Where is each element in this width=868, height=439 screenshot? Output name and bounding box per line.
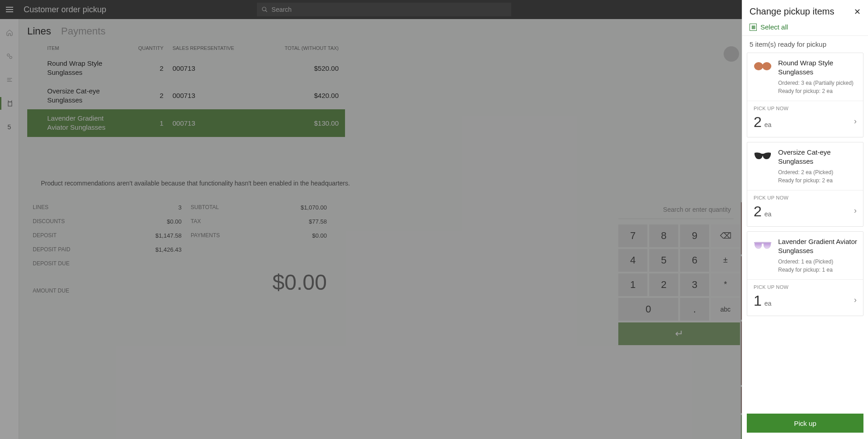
item-ordered: Ordered: 1 ea (Picked) — [778, 258, 858, 266]
quantity-search-input[interactable]: Search or enter quantity — [618, 200, 734, 219]
item-ordered: Ordered: 3 ea (Partially picked) — [778, 79, 858, 87]
pickup-qty-selector[interactable]: PICK UP NOW 2ea › — [747, 190, 863, 226]
key-8[interactable]: 8 — [649, 224, 678, 247]
amount-due-value: $0.00 — [191, 270, 327, 295]
key-6[interactable]: 6 — [680, 249, 709, 272]
order-lines-table: ITEM QUANTITY SALES REPRESENTATIVE TOTAL… — [27, 42, 345, 166]
tab-payments[interactable]: Payments — [61, 25, 106, 37]
chevron-right-icon: › — [854, 116, 857, 126]
product-thumbnail — [753, 59, 773, 73]
page-title: Customer order pickup — [24, 5, 106, 15]
hamburger-menu[interactable] — [0, 0, 19, 19]
key-5[interactable]: 5 — [649, 249, 678, 272]
col-sales-rep: SALES REPRESENTATIVE — [163, 45, 245, 51]
key-0[interactable]: 0 — [618, 298, 678, 321]
change-pickup-items-drawer: Change pickup items ✕ ▦ Select all 5 ite… — [742, 0, 868, 439]
key-4[interactable]: 4 — [618, 249, 647, 272]
pickup-button[interactable]: Pick up — [747, 414, 863, 433]
item-ready: Ready for pickup: 1 ea — [778, 266, 858, 274]
tab-lines[interactable]: Lines — [27, 25, 51, 37]
item-title: Round Wrap Style Sunglasses — [778, 59, 858, 76]
product-thumbnail — [753, 149, 773, 162]
svg-rect-39 — [762, 65, 764, 67]
drawer-title: Change pickup items — [750, 6, 834, 17]
col-total: TOTAL (WITHOUT TAX) — [245, 45, 345, 51]
nav-cart-icon[interactable] — [0, 97, 19, 110]
table-row[interactable]: Oversize Cat-eye Sunglasses 2 000713 $42… — [27, 82, 345, 110]
svg-rect-9 — [8, 102, 12, 106]
key-enter[interactable]: ↵ — [618, 322, 740, 345]
numeric-keypad: 7 8 9 ⌫ 4 5 6 ± 1 2 3 * 0 . abc — [618, 224, 734, 345]
pickup-qty-selector[interactable]: PICK UP NOW 1ea › — [747, 279, 863, 316]
svg-line-1 — [266, 10, 267, 12]
totals-summary-right: SUBTOTAL$1,070.00 TAX$77.58 PAYMENTS$0.0… — [191, 200, 327, 439]
topbar: Customer order pickup — [0, 0, 868, 19]
pickup-item-card: Lavender Gradient Aviator Sunglasses Ord… — [747, 231, 863, 316]
item-ready: Ready for pickup: 2 ea — [778, 176, 858, 185]
chevron-right-icon: › — [854, 205, 857, 215]
pickup-item-card: Round Wrap Style Sunglasses Ordered: 3 e… — [747, 53, 863, 137]
search-input[interactable] — [271, 6, 511, 13]
left-navigation-rail: 5 — [0, 19, 19, 439]
key-3[interactable]: 3 — [680, 273, 709, 296]
key-7[interactable]: 7 — [618, 224, 647, 247]
select-all-button[interactable]: ▦ Select all — [742, 21, 868, 36]
search-icon — [261, 6, 268, 13]
key-plusminus[interactable]: ± — [711, 249, 740, 272]
key-9[interactable]: 9 — [680, 224, 709, 247]
nav-home-icon[interactable] — [0, 26, 19, 39]
totals-summary-left: LINES3 DISCOUNTS$0.00 DEPOSIT$1,147.58 D… — [27, 200, 182, 439]
nav-list-icon[interactable] — [0, 73, 19, 86]
table-row-selected[interactable]: Lavender Gradient Aviator Sunglasses 1 0… — [27, 109, 345, 137]
global-search[interactable] — [257, 3, 511, 16]
key-backspace[interactable]: ⌫ — [711, 224, 740, 247]
key-1[interactable]: 1 — [618, 273, 647, 296]
item-ordered: Ordered: 2 ea (Picked) — [778, 168, 858, 176]
svg-point-0 — [262, 7, 266, 11]
table-row[interactable]: Round Wrap Style Sunglasses 2 000713 $52… — [27, 54, 345, 82]
svg-point-5 — [10, 56, 12, 59]
nav-products-icon[interactable] — [0, 50, 19, 63]
key-dot[interactable]: . — [680, 298, 709, 321]
chevron-right-icon: › — [854, 295, 857, 304]
pickup-qty-selector[interactable]: PICK UP NOW 2ea › — [747, 101, 863, 137]
ready-for-pickup-count: 5 item(s) ready for pickup — [742, 36, 868, 53]
svg-point-4 — [7, 54, 9, 56]
col-item: ITEM — [27, 45, 118, 51]
item-title: Lavender Gradient Aviator Sunglasses — [778, 237, 858, 255]
key-asterisk[interactable]: * — [711, 273, 740, 296]
key-abc[interactable]: abc — [711, 298, 740, 321]
pickup-item-card: Oversize Cat-eye Sunglasses Ordered: 2 e… — [747, 142, 863, 227]
product-thumbnail — [753, 238, 773, 252]
item-title: Oversize Cat-eye Sunglasses — [778, 148, 858, 166]
nav-cart-count: 5 — [0, 121, 19, 133]
close-icon[interactable]: ✕ — [854, 7, 861, 17]
select-all-icon: ▦ — [750, 24, 757, 31]
avatar — [724, 46, 739, 62]
col-quantity: QUANTITY — [118, 45, 163, 51]
item-ready: Ready for pickup: 2 ea — [778, 87, 858, 95]
key-2[interactable]: 2 — [649, 273, 678, 296]
